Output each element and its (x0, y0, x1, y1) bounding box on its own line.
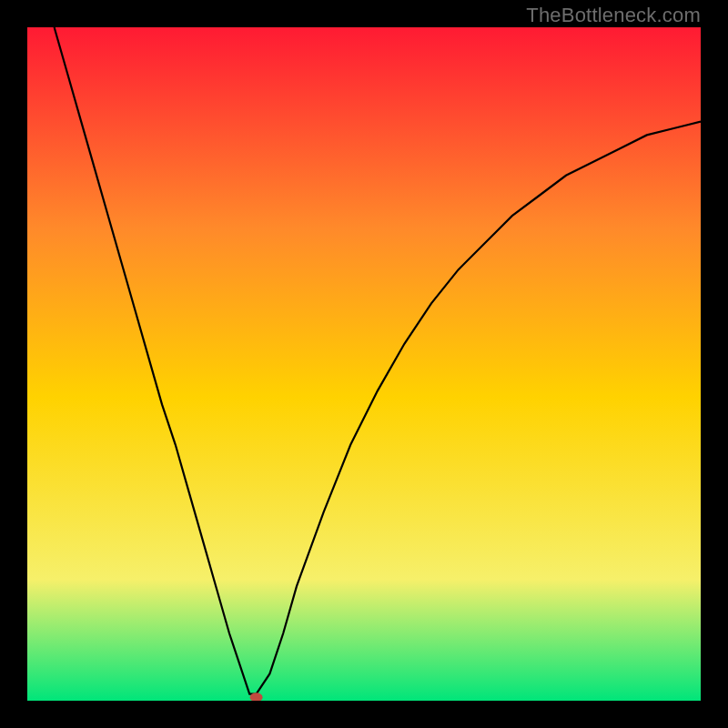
plot-area (27, 27, 701, 701)
gradient-background (27, 27, 701, 701)
chart-frame: TheBottleneck.com (0, 0, 728, 728)
plot-svg (27, 27, 701, 701)
watermark: TheBottleneck.com (526, 4, 701, 27)
